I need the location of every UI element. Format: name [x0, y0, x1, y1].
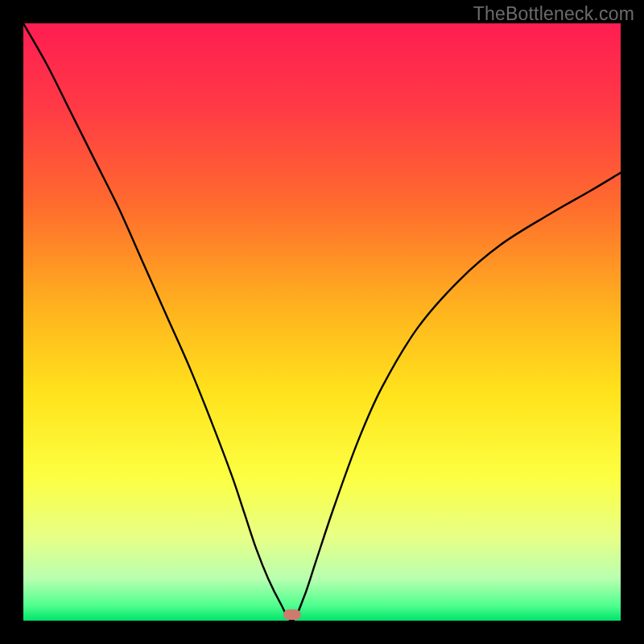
watermark-text: TheBottleneck.com [473, 3, 634, 25]
gradient-background [23, 23, 621, 621]
bottleneck-chart [23, 23, 621, 621]
chart-frame [23, 23, 621, 621]
minimum-marker [283, 609, 301, 620]
